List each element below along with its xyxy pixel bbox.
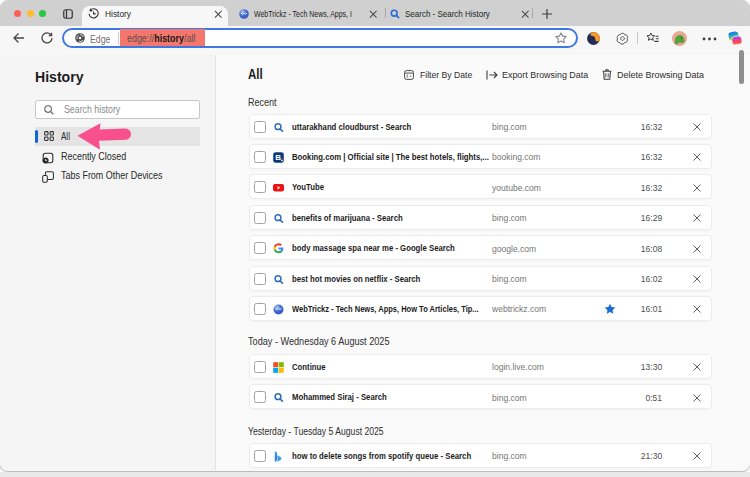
svg-text:B: B xyxy=(275,153,281,162)
